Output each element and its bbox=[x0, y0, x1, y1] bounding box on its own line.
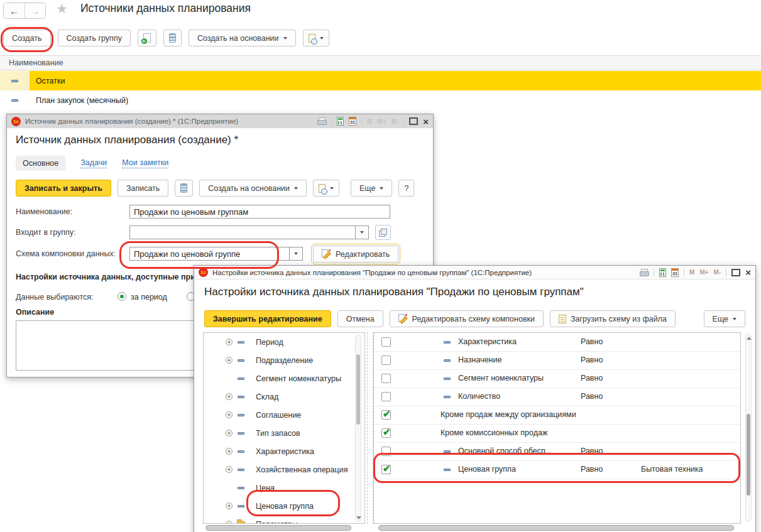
divider bbox=[654, 268, 654, 276]
set-period-button[interactable] bbox=[175, 180, 193, 197]
tree-item[interactable]: Ценовая группа bbox=[204, 497, 364, 515]
tree-item[interactable]: Хозяйственная операция bbox=[204, 460, 364, 479]
filters-horizontal-scrollbar[interactable] bbox=[373, 525, 741, 531]
print-icon[interactable] bbox=[640, 269, 649, 276]
checkbox[interactable] bbox=[381, 428, 391, 438]
back-button[interactable]: ← bbox=[4, 3, 25, 18]
maximize-icon[interactable] bbox=[731, 269, 740, 276]
group-open-button[interactable] bbox=[375, 225, 391, 240]
filter-label: Кроме комиссионных продаж bbox=[441, 428, 547, 437]
close-icon[interactable]: × bbox=[423, 117, 429, 126]
close-icon[interactable]: × bbox=[745, 268, 751, 277]
checkbox[interactable] bbox=[381, 392, 391, 401]
dialog1-titlebar[interactable]: 1с Источник данных планирования (создани… bbox=[7, 114, 433, 128]
tree-item[interactable]: Сегмент номенклатуры bbox=[204, 369, 364, 388]
checkbox[interactable] bbox=[381, 337, 391, 347]
save-and-close-button[interactable]: Записать и закрыть bbox=[16, 180, 111, 197]
expand-plus-icon[interactable] bbox=[226, 357, 233, 364]
cancel-button[interactable]: Отмена bbox=[337, 310, 383, 327]
print-icon[interactable] bbox=[317, 117, 326, 125]
filter-row[interactable]: Характеристика Равно bbox=[374, 333, 740, 352]
checkbox[interactable] bbox=[381, 374, 391, 383]
panel-splitter[interactable] bbox=[367, 332, 373, 524]
name-input[interactable]: Продажи по ценовым группам bbox=[129, 205, 390, 219]
expand-plus-icon[interactable] bbox=[226, 393, 233, 400]
memory-icon[interactable]: M bbox=[689, 269, 694, 276]
tab-main[interactable]: Основное bbox=[16, 156, 65, 171]
filter-row[interactable]: Сегмент номенклатуры Равно bbox=[374, 369, 740, 388]
forward-button[interactable]: → bbox=[25, 3, 45, 18]
expand-plus-icon[interactable] bbox=[226, 502, 233, 509]
schema-dropdown-button[interactable] bbox=[290, 247, 303, 261]
memory-plus-icon[interactable]: M+ bbox=[377, 118, 386, 125]
create-button[interactable]: Создать bbox=[3, 30, 51, 46]
more-button[interactable]: Еще bbox=[351, 180, 392, 197]
filters-vertical-scrollbar[interactable] bbox=[745, 334, 752, 522]
expand-plus-icon[interactable] bbox=[226, 521, 233, 524]
memory-plus-icon[interactable]: M+ bbox=[699, 269, 708, 276]
tree-item[interactable]: Тип запасов bbox=[204, 424, 364, 442]
filter-condition: Равно bbox=[581, 465, 603, 474]
create-based-on-label: Создать на основании bbox=[197, 34, 279, 43]
tree-item[interactable]: Период bbox=[204, 333, 364, 351]
checkbox[interactable] bbox=[381, 410, 391, 420]
tab-notes[interactable]: Мои заметки bbox=[122, 158, 168, 168]
tree-item[interactable]: Характеристика bbox=[204, 442, 364, 460]
more-button[interactable]: Еще bbox=[704, 310, 745, 327]
scroll-up-icon[interactable] bbox=[747, 337, 752, 340]
create-group-button[interactable]: Создать группу bbox=[58, 30, 131, 46]
set-period-button[interactable] bbox=[163, 30, 182, 46]
tree-item[interactable]: Соглашение bbox=[204, 406, 364, 424]
memory-minus-icon[interactable]: M- bbox=[391, 118, 399, 125]
scroll-down-icon[interactable] bbox=[356, 516, 361, 519]
filter-row[interactable]: Количество Равно bbox=[374, 388, 740, 406]
group-input[interactable] bbox=[129, 225, 356, 239]
save-button[interactable]: Записать bbox=[118, 180, 168, 197]
finish-editing-button[interactable]: Завершить редактирование bbox=[204, 310, 331, 327]
expand-plus-icon[interactable] bbox=[226, 448, 233, 455]
favorite-star-icon[interactable]: ★ bbox=[56, 1, 68, 16]
memory-icon[interactable]: M bbox=[367, 118, 372, 125]
maximize-icon[interactable] bbox=[409, 117, 418, 125]
checkbox[interactable] bbox=[381, 356, 391, 365]
radio-period[interactable] bbox=[118, 292, 126, 301]
memory-minus-icon[interactable]: M- bbox=[714, 269, 721, 276]
expand-plus-icon[interactable] bbox=[226, 430, 233, 437]
expand-plus-icon[interactable] bbox=[226, 411, 233, 418]
list-item[interactable]: Остатки bbox=[0, 71, 761, 90]
create-based-on-button[interactable]: Создать на основании bbox=[199, 180, 307, 197]
tree-vertical-scrollbar[interactable] bbox=[355, 335, 361, 522]
table-header[interactable]: Наименование bbox=[0, 55, 761, 70]
dialog2-titlebar[interactable]: 1с Настройки источника данных планирован… bbox=[194, 266, 755, 280]
create-copy-button[interactable] bbox=[138, 30, 156, 46]
tab-tasks[interactable]: Задачи bbox=[80, 158, 107, 168]
filter-row[interactable]: Кроме комиссионных продаж bbox=[374, 424, 740, 443]
tree-item[interactable]: Цена bbox=[204, 479, 364, 497]
filter-row[interactable]: Ценовая группа Равно Бытовая техника bbox=[374, 460, 740, 479]
expand-plus-icon[interactable] bbox=[226, 466, 233, 473]
schema-input[interactable]: Продажи по ценовой группе bbox=[129, 247, 290, 261]
create-based-on-button[interactable]: Создать на основании bbox=[189, 30, 296, 46]
calendar-icon[interactable]: 31 bbox=[349, 117, 356, 126]
checkbox[interactable] bbox=[381, 447, 391, 456]
calculator-icon[interactable] bbox=[337, 117, 344, 126]
tree-item[interactable]: Параметры bbox=[204, 515, 364, 524]
reminder-button[interactable] bbox=[303, 30, 329, 46]
edit-schema-button[interactable]: Редактировать схему компоновки bbox=[390, 310, 544, 327]
tree-horizontal-scrollbar[interactable] bbox=[203, 525, 365, 531]
group-dropdown-button[interactable] bbox=[356, 225, 369, 239]
filter-row[interactable]: Кроме продаж между организациями bbox=[374, 406, 740, 425]
expand-plus-icon[interactable] bbox=[226, 339, 233, 345]
help-button[interactable]: ? bbox=[398, 180, 414, 197]
calendar-icon[interactable]: 31 bbox=[671, 268, 679, 277]
edit-schema-button[interactable]: Редактировать bbox=[313, 246, 398, 263]
filter-row[interactable]: Назначение Равно bbox=[374, 351, 740, 370]
load-schema-button[interactable]: Загрузить схему из файла bbox=[550, 310, 676, 327]
tree-item[interactable]: Склад bbox=[204, 388, 364, 406]
list-item[interactable]: План закупок (месячный) bbox=[0, 90, 761, 110]
checkbox[interactable] bbox=[381, 465, 391, 474]
tree-item[interactable]: Подразделение bbox=[204, 351, 364, 369]
filter-row[interactable]: Основной способ обесп... Равно bbox=[374, 442, 740, 461]
reminder-button[interactable] bbox=[313, 180, 339, 197]
calculator-icon[interactable] bbox=[659, 268, 666, 277]
